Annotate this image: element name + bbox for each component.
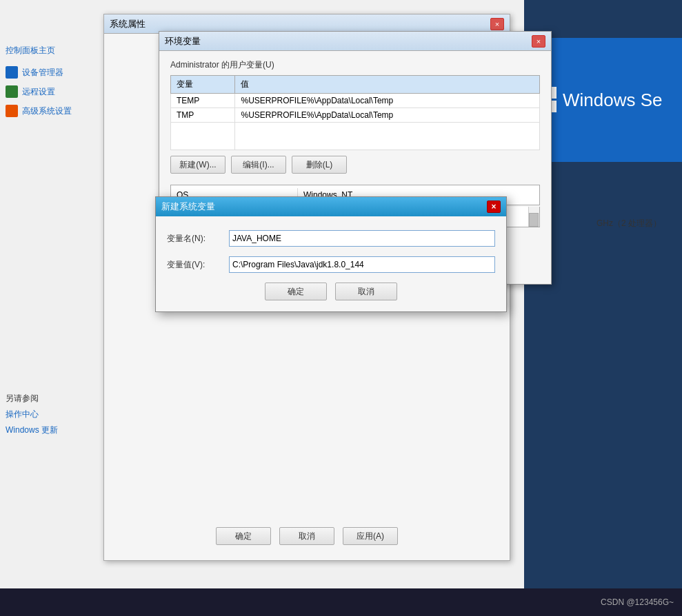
user-edit-button[interactable]: 编辑(I)... (231, 156, 286, 174)
sys-props-ok-button[interactable]: 确定 (216, 527, 271, 545)
sidebar-item-remote[interactable]: 远程设置 (6, 85, 101, 98)
sidebar-main-title[interactable]: 控制面板主页 (6, 45, 101, 57)
sidebar-link-windows-update[interactable]: Windows 更新 (6, 424, 101, 436)
col-header-val: 值 (235, 76, 540, 94)
taskbar: CSDN @123456G~ (0, 588, 682, 616)
dialog-new-var-title: 新建系统变量 (161, 201, 215, 213)
dialog-new-var-body: 变量名(N): 变量值(V): 确定 取消 (156, 216, 506, 311)
user-var-value-tmp: %USERPROFILE%\AppData\Local\Temp (235, 108, 540, 123)
windows-logo-text: Windows Se (563, 90, 663, 111)
dialog-env-vars-close[interactable]: × (532, 35, 545, 48)
user-vars-table: 变量 值 TEMP %USERPROFILE%\AppData\Local\Te… (170, 75, 540, 150)
user-vars-label: Administrator 的用户变量(U) (170, 59, 540, 71)
user-var-row-tmp[interactable]: TMP %USERPROFILE%\AppData\Local\Temp (171, 108, 540, 123)
dialog-new-variable: 新建系统变量 × 变量名(N): 变量值(V): 确定 取消 (155, 196, 507, 312)
var-name-label: 变量名(N): (167, 233, 229, 245)
var-value-input[interactable] (229, 256, 495, 273)
sys-props-apply-button[interactable]: 应用(A) (343, 527, 398, 545)
new-var-cancel-button[interactable]: 取消 (335, 283, 397, 300)
sidebar-label-remote: 远程设置 (22, 86, 55, 98)
user-var-name-tmp: TMP (171, 108, 235, 123)
left-sidebar: 控制面板主页 设备管理器 远程设置 高级系统设置 另请参阅 操作中心 Windo… (0, 38, 107, 562)
var-name-row: 变量名(N): (156, 230, 506, 247)
col-header-var: 变量 (171, 76, 235, 94)
var-value-label: 变量值(V): (167, 259, 229, 271)
dialog-env-vars-title: 环境变量 (165, 35, 201, 48)
new-var-buttons: 确定 取消 (156, 283, 506, 300)
sidebar-item-advanced[interactable]: 高级系统设置 (6, 105, 101, 117)
user-var-row-temp[interactable]: TEMP %USERPROFILE%\AppData\Local\Temp (171, 94, 540, 108)
sys-props-cancel-button[interactable]: 取消 (279, 527, 334, 545)
remote-settings-icon (6, 85, 18, 98)
scrollbar[interactable] (528, 207, 539, 227)
ghz-info: GHz（2 处理器） (596, 218, 661, 229)
scroll-thumb-down (529, 213, 539, 227)
sidebar-section-title: 另请参阅 (6, 393, 101, 404)
user-delete-button[interactable]: 删除(L) (292, 156, 347, 174)
sidebar-label-device-manager: 设备管理器 (22, 67, 63, 79)
dialog-system-props-close[interactable]: × (490, 18, 504, 30)
system-props-buttons: 确定 取消 应用(A) (115, 527, 499, 545)
user-vars-buttons: 新建(W)... 编辑(I)... 删除(L) (170, 156, 540, 174)
device-manager-icon (6, 66, 18, 79)
sidebar-link-action-center[interactable]: 操作中心 (6, 409, 101, 420)
dialog-new-var-close[interactable]: × (487, 201, 501, 213)
dialog-system-props-title: 系统属性 (110, 18, 146, 30)
taskbar-csdn-label: CSDN @123456G~ (601, 597, 674, 607)
sidebar-item-device-manager[interactable]: 设备管理器 (6, 66, 101, 79)
user-var-name-temp: TEMP (171, 94, 235, 108)
var-name-input[interactable] (229, 230, 495, 247)
new-var-ok-button[interactable]: 确定 (265, 283, 327, 300)
dialog-new-var-titlebar: 新建系统变量 × (156, 197, 506, 216)
user-new-button[interactable]: 新建(W)... (170, 156, 225, 174)
advanced-settings-icon (6, 105, 18, 117)
user-var-value-temp: %USERPROFILE%\AppData\Local\Temp (235, 94, 540, 108)
var-value-row: 变量值(V): (156, 256, 506, 273)
dialog-env-vars-titlebar: 环境变量 × (159, 32, 551, 51)
user-var-row-empty (171, 123, 540, 150)
sidebar-label-advanced: 高级系统设置 (22, 105, 72, 117)
